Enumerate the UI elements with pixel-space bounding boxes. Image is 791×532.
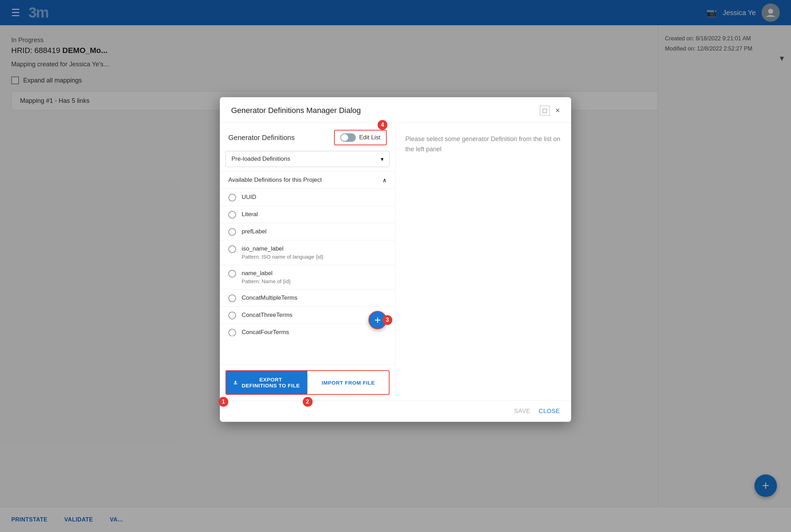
def-pattern-namelabel: Pattern: Name of {id} <box>242 278 290 285</box>
radio-isonamelabel[interactable] <box>228 245 236 253</box>
radio-concatmultiple[interactable] <box>228 294 236 302</box>
left-panel-footer: EXPORT DEFINITIONS TO FILE IMPORT FROM F… <box>220 364 395 400</box>
dialog-title: Generator Definitions Manager Dialog <box>231 106 361 115</box>
add-icon: + <box>374 314 381 327</box>
left-panel: Generator Definitions 4 Edit List Pre-lo… <box>220 123 396 400</box>
radio-literal[interactable] <box>228 211 236 219</box>
dialog-header: Generator Definitions Manager Dialog □ × <box>220 97 571 123</box>
def-name-preflabel: prefLabel <box>242 227 267 236</box>
radio-namelabel[interactable] <box>228 270 236 278</box>
definition-item-uuid[interactable]: UUID <box>220 189 395 206</box>
definition-item-concatmultiple[interactable]: ConcatMultipleTerms <box>220 290 395 307</box>
radio-concatthree[interactable] <box>228 312 236 319</box>
definition-item-namelabel[interactable]: name_label Pattern: Name of {id} <box>220 265 395 290</box>
def-name-concatmultiple: ConcatMultipleTerms <box>242 294 298 302</box>
close-dialog-icon[interactable]: × <box>555 106 560 115</box>
right-panel: Please select some generator Definition … <box>396 123 571 400</box>
annotation-1: 1 <box>218 397 228 407</box>
add-definition-button[interactable]: + 3 <box>368 311 387 329</box>
annotation-3: 3 <box>383 315 392 325</box>
generator-defs-title: Generator Definitions <box>228 134 295 142</box>
dialog-body: Generator Definitions 4 Edit List Pre-lo… <box>220 123 571 400</box>
right-panel-placeholder: Please select some generator Definition … <box>405 134 561 154</box>
definition-item-literal[interactable]: Literal <box>220 206 395 223</box>
def-name-literal: Literal <box>242 210 258 219</box>
dialog-footer: SAVE CLOSE <box>220 400 571 422</box>
section-title: Available Definitions for this Project <box>228 177 322 184</box>
maximize-icon[interactable]: □ <box>540 106 550 115</box>
dropdown-chevron-icon: ▾ <box>381 156 384 162</box>
def-name-uuid: UUID <box>242 193 256 201</box>
definition-item-concatfour[interactable]: ConcatFourTerms <box>220 324 395 336</box>
preloaded-label: Pre-loaded Definitions <box>231 155 290 162</box>
svg-rect-1 <box>234 384 237 384</box>
def-pattern-isonamelabel: Pattern: ISO name of language {id} <box>242 253 323 260</box>
definition-item-isonamelabel[interactable]: iso_name_label Pattern: ISO name of lang… <box>220 240 395 265</box>
def-name-namelabel: name_label <box>242 269 290 278</box>
toggle-switch[interactable] <box>340 133 356 142</box>
annotation-2: 2 <box>303 397 313 407</box>
section-chevron-icon: ∧ <box>383 177 387 184</box>
def-name-isonamelabel: iso_name_label <box>242 245 323 253</box>
definitions-section: Available Definitions for this Project ∧… <box>220 171 395 336</box>
preloaded-dropdown[interactable]: Pre-loaded Definitions ▾ <box>225 151 390 167</box>
toggle-knob <box>341 134 348 141</box>
footer-buttons: EXPORT DEFINITIONS TO FILE IMPORT FROM F… <box>225 370 390 395</box>
edit-list-label: Edit List <box>359 134 380 141</box>
import-label: IMPORT FROM FILE <box>322 380 375 386</box>
def-name-concatfour: ConcatFourTerms <box>242 328 289 336</box>
annotation-4: 4 <box>378 120 387 130</box>
edit-list-toggle[interactable]: 4 Edit List <box>334 130 387 145</box>
radio-uuid[interactable] <box>228 194 236 201</box>
left-panel-header: Generator Definitions 4 Edit List <box>220 130 395 151</box>
radio-concatfour[interactable] <box>228 329 236 336</box>
export-definitions-button[interactable]: EXPORT DEFINITIONS TO FILE <box>226 371 307 394</box>
generator-definitions-dialog: Generator Definitions Manager Dialog □ ×… <box>220 97 571 422</box>
definition-item-preflabel[interactable]: prefLabel <box>220 223 395 240</box>
close-button[interactable]: CLOSE <box>539 408 560 415</box>
section-header[interactable]: Available Definitions for this Project ∧ <box>220 172 395 189</box>
definition-list: UUID Literal prefLabel <box>220 189 395 336</box>
export-label: EXPORT DEFINITIONS TO FILE <box>241 377 300 388</box>
dialog-header-actions: □ × <box>540 106 560 115</box>
radio-preflabel[interactable] <box>228 228 236 236</box>
save-button[interactable]: SAVE <box>514 408 530 415</box>
import-from-file-button[interactable]: IMPORT FROM FILE <box>307 374 389 391</box>
def-name-concatthree: ConcatThreeTerms <box>242 311 293 319</box>
